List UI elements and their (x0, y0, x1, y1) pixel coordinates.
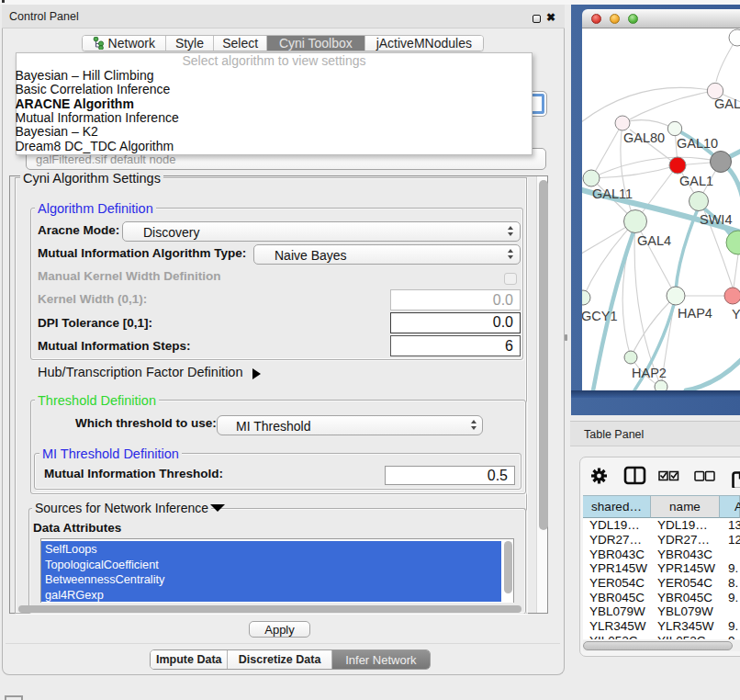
svg-text:GAL80: GAL80 (623, 130, 665, 145)
svg-text:GAL11: GAL11 (592, 186, 633, 201)
svg-text:Y: Y (732, 307, 740, 322)
svg-text:SWI4: SWI4 (700, 212, 732, 227)
svg-text:GAL4: GAL4 (637, 233, 671, 248)
svg-text:GAL1: GAL1 (679, 174, 713, 188)
svg-text:HAP4: HAP4 (678, 306, 712, 321)
svg-text:GAL7: GAL7 (714, 96, 740, 111)
svg-text:GCY1: GCY1 (582, 309, 618, 323)
svg-text:GAL10: GAL10 (677, 136, 718, 151)
svg-text:HAP2: HAP2 (632, 366, 667, 380)
